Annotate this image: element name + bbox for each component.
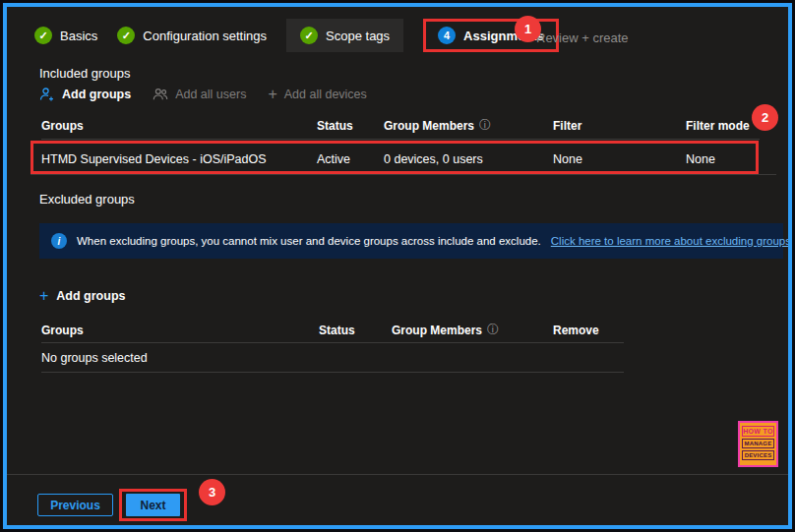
footer-divider <box>7 474 788 475</box>
check-icon: ✓ <box>300 27 318 44</box>
wizard-step-tabs: ✓ Basics ✓ Configuration settings ✓ Scop… <box>34 16 559 55</box>
add-all-users-button[interactable]: Add all users <box>153 87 246 102</box>
included-groups-toolbar: Add groups Add all users + Add all devic… <box>39 87 367 102</box>
included-table-header: Groups Status Group Members ⓘ Filter Fil… <box>41 117 760 134</box>
annotation-badge-3: 3 <box>199 479 225 505</box>
info-icon[interactable]: ⓘ <box>479 117 491 134</box>
tab-configuration-settings-label: Configuration settings <box>143 29 267 43</box>
plus-icon: + <box>39 290 48 302</box>
excluded-add-groups-button[interactable]: + Add groups <box>39 289 125 303</box>
logo-line3: DEVICES <box>742 450 774 460</box>
col-status: Status <box>319 324 392 337</box>
tab-basics[interactable]: ✓ Basics <box>34 27 97 44</box>
tab-scope-tags[interactable]: ✓ Scope tags <box>286 19 403 52</box>
logo-line2: MANAGE <box>742 439 774 448</box>
excluded-add-groups-label: Add groups <box>56 289 125 303</box>
col-status: Status <box>317 119 384 133</box>
add-groups-button[interactable]: Add groups <box>39 87 131 102</box>
divider <box>41 342 624 343</box>
step-number-icon: 4 <box>438 27 456 44</box>
htmd-logo: HOW TO MANAGE DEVICES <box>738 421 778 467</box>
excluded-table-header: Groups Status Group Members ⓘ Remove <box>41 322 624 338</box>
col-group-members: Group Members ⓘ <box>392 322 553 338</box>
annotation-badge-2: 2 <box>752 104 778 131</box>
col-group-members: Group Members ⓘ <box>384 117 553 134</box>
info-banner-text: When excluding groups, you cannot mix us… <box>77 235 541 247</box>
info-icon: i <box>51 233 67 249</box>
logo-line1: HOW TO <box>742 426 774 437</box>
check-icon: ✓ <box>117 27 135 44</box>
annotation-badge-1: 1 <box>515 16 541 42</box>
check-icon: ✓ <box>34 27 52 44</box>
divider <box>41 372 624 373</box>
add-all-devices-button[interactable]: + Add all devices <box>268 88 366 101</box>
next-button[interactable]: Next <box>126 494 180 516</box>
divider <box>41 139 760 140</box>
excluded-groups-heading: Excluded groups <box>39 192 135 207</box>
add-all-users-label: Add all users <box>175 88 246 101</box>
info-banner-link[interactable]: Click here to learn more about excluding… <box>551 235 792 247</box>
included-groups-heading: Included groups <box>39 66 131 81</box>
col-groups: Groups <box>41 119 317 133</box>
screenshot-outer-border: ✓ Basics ✓ Configuration settings ✓ Scop… <box>0 0 795 532</box>
tab-configuration-settings[interactable]: ✓ Configuration settings <box>117 27 267 44</box>
info-banner: i When excluding groups, you cannot mix … <box>39 223 783 259</box>
divider <box>31 174 776 175</box>
people-icon <box>153 87 168 102</box>
empty-state-text: No groups selected <box>41 351 148 365</box>
add-all-devices-label: Add all devices <box>284 88 367 101</box>
row-annotation-rect <box>31 141 759 174</box>
col-filter-mode: Filter mode <box>686 119 760 133</box>
col-remove: Remove <box>553 324 624 337</box>
tab-review-create[interactable]: Review + create <box>536 30 629 45</box>
tab-basics-label: Basics <box>60 29 97 43</box>
plus-icon: + <box>268 89 276 100</box>
tab-scope-tags-label: Scope tags <box>326 29 390 43</box>
wizard-panel: ✓ Basics ✓ Configuration settings ✓ Scop… <box>3 3 792 529</box>
col-filter: Filter <box>553 119 686 133</box>
col-groups: Groups <box>41 324 319 337</box>
add-groups-label: Add groups <box>62 88 131 101</box>
person-add-icon <box>39 87 55 102</box>
previous-button[interactable]: Previous <box>37 494 113 516</box>
info-icon[interactable]: ⓘ <box>487 322 499 338</box>
